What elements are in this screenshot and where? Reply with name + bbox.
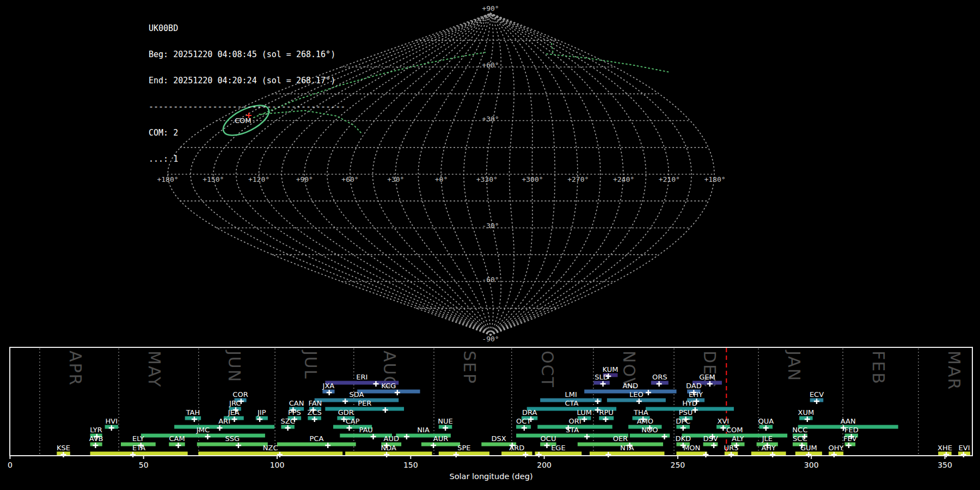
- shower-activity-bar: [315, 399, 399, 402]
- shower-code-label: CAP: [346, 417, 360, 425]
- shower-NUE: NUE: [438, 417, 452, 431]
- shower-code-label: AND: [622, 382, 638, 390]
- month-label: MAR: [945, 351, 964, 390]
- shower-code-label: NZC: [263, 444, 278, 452]
- shower-OCT: OCT: [516, 417, 531, 431]
- longitude-label: +180°: [157, 175, 178, 183]
- x-axis-title: Solar longitude (deg): [449, 472, 532, 481]
- shower-activity-bar: [439, 452, 489, 456]
- shower-DSV: DSV: [703, 434, 718, 449]
- x-axis-tick-label: 300: [804, 461, 819, 469]
- shower-code-label: HYD: [682, 399, 697, 407]
- shower-code-label: DRA: [522, 408, 537, 416]
- shower-code-label: RPU: [599, 408, 614, 416]
- shower-code-label: LEO: [629, 390, 644, 399]
- shower-code-label: JXA: [322, 382, 335, 390]
- shower-code-label: QUA: [758, 417, 774, 425]
- shower-code-label: KCG: [381, 382, 396, 390]
- shower-code-label: JMC: [196, 426, 210, 434]
- shower-activity-bar: [198, 452, 342, 456]
- shower-code-label: XUM: [798, 408, 814, 416]
- shower-code-label: PSU: [679, 408, 693, 416]
- shower-code-label: ELY: [132, 434, 144, 443]
- longitude-label: +150°: [203, 175, 224, 183]
- shower-code-label: DAD: [686, 382, 702, 390]
- shower-code-label: SDA: [350, 390, 364, 399]
- longitude-label: +120°: [248, 175, 270, 183]
- shower-activity-bar: [90, 452, 188, 456]
- shower-code-label: FAN: [308, 399, 322, 407]
- shower-code-label: OHY: [829, 444, 844, 452]
- shower-code-label: AMO: [637, 417, 653, 425]
- shower-code-label: OCT: [516, 417, 531, 425]
- latitude-label: +60°: [482, 61, 499, 69]
- shower-activity-bar: [516, 434, 628, 438]
- shower-code-label: GDR: [338, 408, 354, 416]
- shower-code-label: AVB: [89, 434, 103, 443]
- shower-code-label: COM: [726, 426, 743, 434]
- x-axis-tick-label: 100: [270, 461, 285, 469]
- longitude-label: +240°: [613, 175, 634, 183]
- month-label: FEB: [869, 351, 888, 385]
- shower-code-label: NTA: [620, 444, 634, 452]
- shower-code-label: SSG: [225, 434, 240, 443]
- shower-JXA: JXA: [322, 382, 335, 396]
- month-label: APR: [66, 351, 85, 386]
- shower-code-label: AUR: [433, 434, 448, 443]
- longitude-label: +270°: [567, 175, 589, 183]
- month-label: JUN: [225, 350, 244, 383]
- shower-code-label: ERI: [356, 373, 367, 381]
- shower-activity-bar: [277, 443, 356, 446]
- shower-code-label: ALY: [732, 434, 744, 443]
- month-label: OCT: [538, 351, 557, 388]
- shower-code-label: GUM: [800, 444, 817, 452]
- shower-HVI: HVI: [105, 417, 119, 431]
- observation-header: UK00BD Beg: 20251220 04:08:45 (sol = 268…: [149, 7, 345, 172]
- shower-code-label: CAM: [169, 434, 185, 443]
- shower-code-label: MON: [683, 444, 700, 452]
- shower-XUM: XUM: [798, 408, 814, 422]
- shower-code-label: XHE: [938, 444, 952, 452]
- shower-code-label: JIP: [257, 408, 266, 416]
- shower-ORS: ORS: [651, 373, 669, 387]
- shower-code-label: STA: [566, 426, 579, 434]
- count-com: COM: 2: [149, 128, 345, 137]
- shower-SZC: SZC: [280, 417, 295, 431]
- shower-activity-bar: [421, 443, 460, 446]
- shower-code-label: DSV: [703, 434, 718, 443]
- shower-code-label: CTA: [565, 399, 578, 407]
- radiant-map-and-activity-chart: +90°-90°+60°+30°-30°-60°+180°+150°+120°+…: [0, 0, 980, 490]
- shower-code-label: EHY: [689, 390, 703, 399]
- latitude-label: +30°: [482, 115, 499, 123]
- x-axis-tick-label: 350: [938, 461, 952, 469]
- shower-code-label: SPE: [457, 444, 470, 452]
- x-axis: 050100150200250300350Solar longitude (de…: [8, 456, 952, 481]
- x-axis-tick-label: 250: [671, 461, 685, 469]
- shower-activity-bar: [197, 443, 268, 446]
- shower-JIP: JIP: [256, 408, 268, 422]
- shower-code-label: ECV: [810, 390, 824, 399]
- shower-code-label: LUM: [577, 408, 592, 416]
- shower-code-label: NUE: [438, 417, 452, 425]
- shower-QUA: QUA: [758, 417, 774, 431]
- shower-code-label: THA: [633, 408, 648, 416]
- shower-activity-bar: [535, 452, 581, 456]
- shower-code-label: PAU: [359, 426, 372, 434]
- shower-code-label: SLD: [595, 373, 609, 381]
- shower-code-label: NOO: [641, 426, 658, 434]
- shower-code-label: ORS: [652, 373, 667, 381]
- longitude-label: +0°: [435, 175, 448, 183]
- shower-SLD: SLD: [593, 373, 609, 387]
- shower-bars: KUMERISLDORSGEMJXAKCGANDDADCORSDALMILEOE…: [57, 365, 970, 458]
- month-label: JUL: [301, 350, 320, 380]
- shower-code-label: ORI: [568, 417, 581, 425]
- shower-code-label: URS: [724, 444, 739, 452]
- latitude-label: -30°: [482, 222, 499, 230]
- x-axis-tick-label: 200: [537, 461, 552, 469]
- shower-ZCS: ZCS: [308, 408, 322, 422]
- shower-code-label: AAN: [841, 417, 856, 425]
- shower-code-label: PPS: [288, 408, 301, 416]
- shower-code-label: FED: [844, 426, 859, 434]
- shower-code-label: TAH: [186, 408, 200, 416]
- pole-label-south: -90°: [482, 335, 499, 343]
